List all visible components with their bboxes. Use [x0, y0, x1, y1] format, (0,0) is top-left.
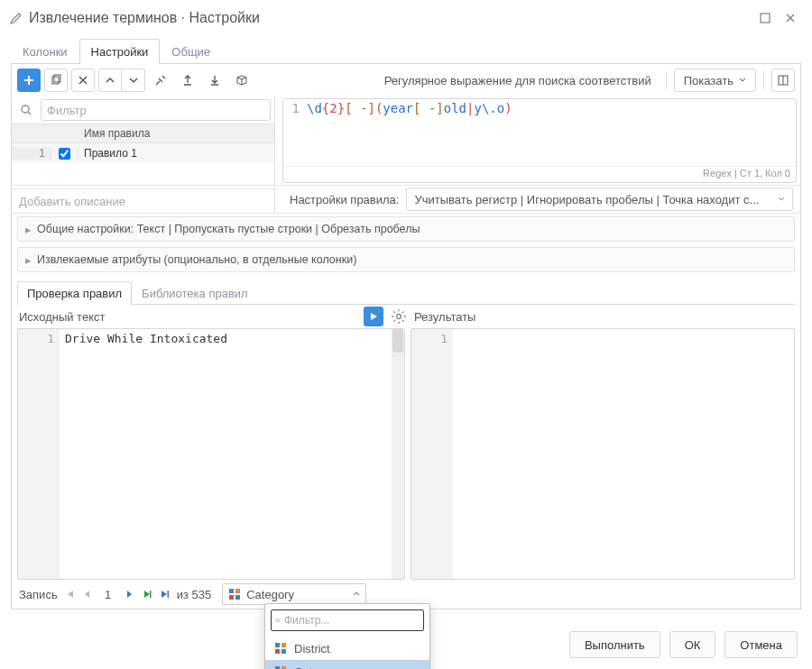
- chevron-up-icon: [353, 591, 360, 598]
- regex-label: Регулярное выражение для поиска соответс…: [377, 74, 659, 87]
- column-select[interactable]: Category: [222, 583, 366, 605]
- prev-record-button[interactable]: [81, 588, 94, 600]
- svg-rect-10: [229, 589, 234, 593]
- record-number[interactable]: 1: [99, 588, 117, 601]
- svg-rect-13: [235, 595, 240, 600]
- svg-rect-11: [235, 589, 240, 593]
- package-button[interactable]: [230, 69, 254, 92]
- svg-point-14: [276, 619, 279, 621]
- pick-button[interactable]: [149, 69, 172, 92]
- svg-rect-18: [275, 649, 280, 654]
- rule-enabled-checkbox[interactable]: [59, 148, 70, 160]
- general-settings-label: Общие настройки: Текст | Пропускать пуст…: [37, 223, 420, 235]
- window-title: Извлечение терминов · Настройки: [29, 10, 752, 26]
- run-test-button[interactable]: [364, 307, 383, 326]
- show-label: Показать: [684, 74, 734, 87]
- rules-filter-input[interactable]: [41, 99, 271, 121]
- add-button[interactable]: [17, 69, 41, 92]
- source-gutter: 1: [18, 329, 60, 579]
- dropdown-item-district[interactable]: District: [265, 637, 429, 660]
- editor-status: Regex | Ст 1, Кол 0: [283, 166, 796, 182]
- ok-button[interactable]: ОК: [669, 631, 716, 658]
- import-button[interactable]: [203, 69, 226, 92]
- rule-settings-select[interactable]: Учитывать регистр | Игнорировать пробелы…: [406, 188, 793, 211]
- copy-button[interactable]: [44, 69, 68, 92]
- rule-name: Правило 1: [78, 147, 274, 160]
- maximize-button[interactable]: [752, 5, 778, 31]
- svg-line-15: [279, 621, 280, 622]
- tab-rule-library[interactable]: Библиотека правил: [132, 281, 258, 305]
- move-up-button[interactable]: [98, 69, 122, 92]
- last-record-button[interactable]: [159, 588, 171, 600]
- tab-settings[interactable]: Настройки: [79, 39, 161, 64]
- scrollbar[interactable]: [392, 329, 404, 579]
- cancel-button[interactable]: Отмена: [724, 631, 798, 658]
- general-settings-collapsible[interactable]: ▸ Общие настройки: Текст | Пропускать пу…: [17, 216, 795, 242]
- source-text-pane[interactable]: 1 Drive While Intoxicated: [17, 328, 405, 580]
- search-icon: [275, 615, 281, 626]
- tab-rule-check[interactable]: Проверка правил: [17, 281, 132, 305]
- regex-editor[interactable]: \d{2}[ -](year[ -]old|y\.o): [303, 99, 796, 166]
- rule-number: 1: [12, 147, 51, 160]
- chevron-right-icon: ▸: [25, 253, 32, 267]
- layout-button[interactable]: [771, 69, 795, 92]
- svg-point-5: [22, 105, 29, 113]
- category-icon: [228, 588, 241, 600]
- rule-settings-value: Учитывать регистр | Игнорировать пробелы…: [414, 193, 759, 206]
- svg-rect-2: [54, 75, 60, 82]
- extracted-attrs-collapsible[interactable]: ▸ Извлекаемые атрибуты (опционально, в о…: [17, 247, 795, 272]
- svg-rect-1: [52, 77, 59, 84]
- edit-icon: [9, 11, 23, 25]
- svg-rect-17: [281, 643, 286, 647]
- extracted-attrs-label: Извлекаемые атрибуты (опционально, в отд…: [37, 253, 356, 266]
- category-icon: [274, 665, 287, 669]
- svg-rect-19: [281, 649, 286, 654]
- column-dropdown: District Category Tt Description: [264, 603, 430, 669]
- chevron-down-icon: [739, 77, 746, 84]
- first-record-button[interactable]: [63, 588, 76, 600]
- category-icon: [274, 642, 287, 655]
- tab-general[interactable]: Общие: [160, 39, 222, 64]
- search-icon: [15, 99, 37, 121]
- svg-rect-9: [167, 591, 169, 598]
- chevron-down-icon: [778, 196, 785, 203]
- tab-columns[interactable]: Колонки: [11, 39, 79, 64]
- svg-rect-16: [275, 643, 280, 647]
- svg-rect-12: [229, 595, 234, 600]
- svg-line-6: [28, 112, 31, 115]
- results-gutter: 1: [411, 329, 453, 579]
- next-record-button[interactable]: [123, 588, 135, 600]
- source-text: Drive While Intoxicated: [60, 329, 392, 579]
- export-button[interactable]: [176, 69, 199, 92]
- close-button[interactable]: [778, 5, 803, 31]
- svg-point-7: [397, 315, 401, 319]
- record-total: из 535: [177, 588, 212, 601]
- chevron-right-icon: ▸: [25, 223, 32, 236]
- dropdown-filter-input[interactable]: [284, 614, 420, 627]
- rule-row[interactable]: 1 Правило 1: [12, 143, 274, 163]
- run-button[interactable]: Выполнить: [569, 631, 660, 658]
- source-text-label: Исходный текст: [19, 310, 105, 324]
- move-down-button[interactable]: [122, 69, 145, 92]
- results-pane[interactable]: 1: [411, 328, 795, 580]
- dropdown-item-category[interactable]: Category: [265, 660, 429, 669]
- rules-header: Имя правила: [78, 127, 274, 140]
- play-records-button[interactable]: [141, 588, 153, 600]
- svg-rect-0: [761, 14, 770, 23]
- code-gutter: 1: [283, 99, 303, 166]
- column-select-value: Category: [246, 588, 294, 601]
- gear-icon[interactable]: [391, 308, 407, 325]
- show-dropdown[interactable]: Показать: [674, 69, 756, 92]
- rule-settings-label: Настройки правила:: [290, 193, 399, 206]
- svg-rect-8: [150, 591, 152, 598]
- results-label: Результаты: [414, 310, 793, 324]
- record-label: Запись: [19, 588, 58, 601]
- delete-button[interactable]: [71, 69, 95, 92]
